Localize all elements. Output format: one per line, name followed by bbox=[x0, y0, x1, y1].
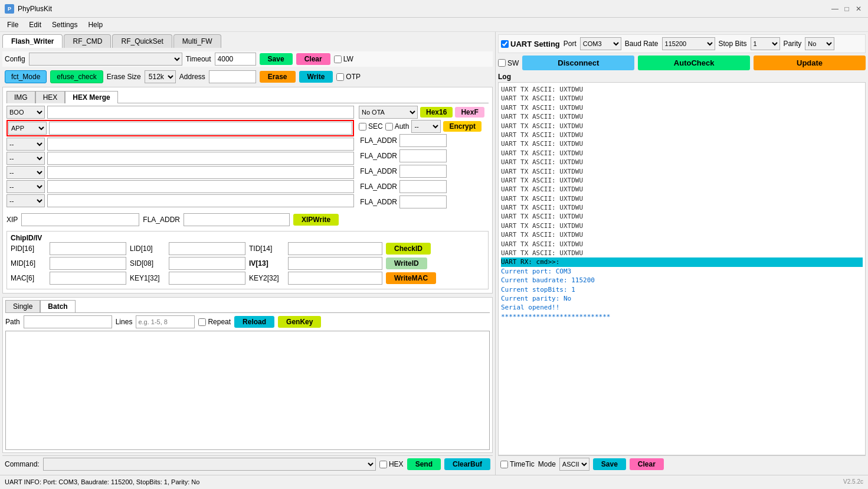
baud-select[interactable]: 115200 bbox=[662, 37, 715, 50]
lid-input[interactable] bbox=[169, 242, 245, 255]
file-row-0: BOOAPP-- bbox=[6, 106, 354, 119]
file-type-select-6[interactable]: --BOOAPP bbox=[6, 194, 45, 207]
command-select[interactable] bbox=[43, 458, 376, 471]
parity-select[interactable]: No bbox=[805, 37, 834, 50]
checkid-button[interactable]: CheckID bbox=[386, 243, 431, 255]
file-type-select-1[interactable]: APPBOO-- bbox=[8, 122, 47, 135]
write-button[interactable]: Write bbox=[299, 71, 333, 83]
file-type-select-4[interactable]: --BOOAPP bbox=[6, 166, 45, 179]
sub-tab-hex-merge[interactable]: HEX Merge bbox=[65, 91, 117, 103]
path-input[interactable] bbox=[24, 315, 112, 328]
save-button[interactable]: Save bbox=[260, 53, 293, 65]
file-path-0[interactable] bbox=[47, 106, 354, 119]
xip-input[interactable] bbox=[21, 213, 139, 226]
sub-tab-hex[interactable]: HEX bbox=[35, 91, 65, 103]
genkey-button[interactable]: GenKey bbox=[278, 316, 321, 328]
file-path-3[interactable] bbox=[47, 152, 354, 165]
file-type-select-2[interactable]: --BOOAPP bbox=[6, 138, 45, 151]
encrypt-button[interactable]: Encrypt bbox=[443, 121, 482, 132]
minimize-button[interactable]: — bbox=[830, 4, 840, 14]
efuse-check-button[interactable]: efuse_check bbox=[50, 70, 103, 83]
xip-write-button[interactable]: XIPWrite bbox=[293, 214, 339, 226]
menu-file[interactable]: File bbox=[2, 19, 23, 30]
lw-checkbox[interactable] bbox=[334, 56, 342, 63]
log-line: UART TX ASCII: UXTDWU bbox=[501, 103, 863, 112]
stopbits-select[interactable]: 1 bbox=[751, 37, 780, 50]
pid-input[interactable] bbox=[50, 242, 126, 255]
writemac-button[interactable]: WriteMAC bbox=[386, 272, 436, 284]
tab-rf-quickset[interactable]: RF_QuickSet bbox=[112, 34, 172, 48]
tab-multi-fw[interactable]: Multi_FW bbox=[173, 34, 221, 48]
batch-textarea[interactable] bbox=[5, 331, 490, 450]
stopbits-label: Stop Bits bbox=[719, 40, 747, 48]
mac-input[interactable] bbox=[50, 272, 126, 285]
menu-help[interactable]: Help bbox=[83, 19, 107, 30]
file-type-select-3[interactable]: --BOOAPP bbox=[6, 152, 45, 165]
log-area[interactable]: UART TX ASCII: UXTDWUUART TX ASCII: UXTD… bbox=[498, 82, 866, 455]
reload-button[interactable]: Reload bbox=[234, 316, 274, 328]
fla-input-4[interactable] bbox=[399, 195, 447, 208]
tid-input[interactable] bbox=[288, 242, 382, 255]
autocheck-button[interactable]: AutoCheck bbox=[638, 56, 750, 70]
tab-rf-cmd[interactable]: RF_CMD bbox=[64, 34, 111, 48]
file-type-select-5[interactable]: --BOOAPP bbox=[6, 180, 45, 193]
ota-select[interactable]: No OTA bbox=[359, 106, 418, 119]
erase-size-select[interactable]: 512k 256k bbox=[145, 70, 176, 83]
log-mode-select[interactable]: ASCII HEX bbox=[559, 458, 589, 471]
auth-mode-select[interactable]: -- bbox=[411, 120, 441, 133]
menu-edit[interactable]: Edit bbox=[24, 19, 46, 30]
iv-input[interactable] bbox=[288, 257, 382, 270]
xip-fla-input[interactable] bbox=[184, 213, 290, 226]
close-button[interactable]: ✕ bbox=[854, 4, 863, 14]
sub-tab-img[interactable]: IMG bbox=[6, 91, 35, 103]
fla-input-2[interactable] bbox=[399, 165, 447, 178]
address-input[interactable] bbox=[209, 70, 256, 83]
tab-batch[interactable]: Batch bbox=[40, 300, 75, 313]
tab-flash-writer[interactable]: Flash_Writer bbox=[2, 34, 63, 48]
disconnect-button[interactable]: Disconnect bbox=[522, 56, 634, 70]
file-path-4[interactable] bbox=[47, 166, 354, 179]
clear-button[interactable]: Clear bbox=[296, 53, 330, 65]
status-bar: UART INFO: Port: COM3, Baudrate: 115200,… bbox=[0, 475, 868, 488]
fct-mode-button[interactable]: fct_Mode bbox=[5, 70, 47, 83]
sid-input[interactable] bbox=[169, 257, 245, 270]
timeout-input[interactable] bbox=[215, 53, 256, 66]
clearbuf-button[interactable]: ClearBuf bbox=[444, 458, 490, 470]
writeid-button[interactable]: WriteID bbox=[386, 257, 427, 269]
file-path-2[interactable] bbox=[47, 138, 354, 151]
app-icon: P bbox=[5, 4, 14, 14]
lines-input[interactable] bbox=[136, 315, 195, 328]
file-type-select-0[interactable]: BOOAPP-- bbox=[6, 106, 45, 119]
log-save-button[interactable]: Save bbox=[593, 458, 626, 470]
auth-checkbox[interactable] bbox=[385, 123, 393, 131]
erase-button[interactable]: Erase bbox=[260, 71, 296, 83]
maximize-button[interactable]: □ bbox=[842, 4, 851, 14]
log-line: UART TX ASCII: UXTDWU bbox=[501, 131, 863, 139]
log-clear-button[interactable]: Clear bbox=[630, 458, 664, 470]
fla-input-3[interactable] bbox=[399, 180, 447, 193]
hex-checkbox[interactable] bbox=[379, 461, 387, 468]
sw-checkbox[interactable] bbox=[498, 59, 506, 67]
mid-input[interactable] bbox=[50, 257, 126, 270]
timetic-checkbox[interactable] bbox=[500, 461, 508, 468]
sec-checkbox[interactable] bbox=[359, 123, 366, 131]
file-row-4: --BOOAPP bbox=[6, 166, 354, 179]
update-button[interactable]: Update bbox=[754, 56, 866, 70]
send-button[interactable]: Send bbox=[407, 458, 441, 470]
repeat-checkbox[interactable] bbox=[198, 318, 206, 326]
file-path-5[interactable] bbox=[47, 180, 354, 193]
key2-input[interactable] bbox=[288, 272, 382, 285]
fla-input-1[interactable] bbox=[399, 149, 447, 162]
otp-checkbox[interactable] bbox=[336, 73, 344, 81]
fla-input-0[interactable] bbox=[399, 134, 447, 147]
file-path-1[interactable] bbox=[49, 122, 352, 135]
port-select[interactable]: COM3 bbox=[580, 37, 621, 50]
file-path-6[interactable] bbox=[47, 194, 354, 207]
hex16-button[interactable]: Hex16 bbox=[420, 107, 453, 118]
key1-input[interactable] bbox=[169, 272, 245, 285]
tab-single[interactable]: Single bbox=[5, 300, 40, 313]
hexf-button[interactable]: HexF bbox=[455, 107, 484, 118]
config-select[interactable] bbox=[29, 53, 182, 66]
menu-settings[interactable]: Settings bbox=[47, 19, 82, 30]
uart-checkbox[interactable] bbox=[501, 40, 509, 48]
